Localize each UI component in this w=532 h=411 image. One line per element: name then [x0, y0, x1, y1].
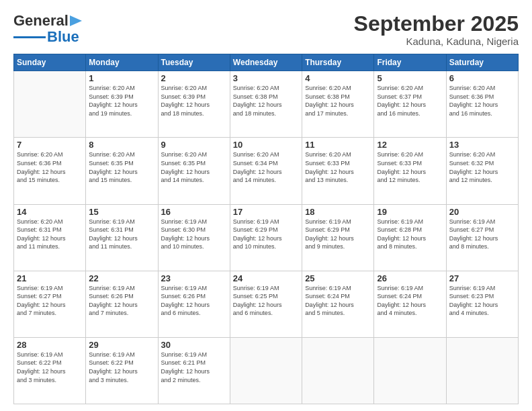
day-number: 26	[377, 273, 443, 283]
day-info: Sunrise: 6:20 AM Sunset: 6:34 PM Dayligh…	[233, 150, 299, 184]
dow-thursday: Thursday	[302, 54, 374, 71]
day-number: 12	[377, 140, 443, 150]
calendar-cell: 27Sunrise: 6:19 AM Sunset: 6:23 PM Dayli…	[446, 271, 518, 337]
calendar-cell: 26Sunrise: 6:19 AM Sunset: 6:24 PM Dayli…	[374, 271, 446, 337]
day-number: 24	[233, 273, 299, 283]
calendar-cell: 22Sunrise: 6:19 AM Sunset: 6:26 PM Dayli…	[86, 271, 158, 337]
day-number: 13	[449, 140, 515, 150]
day-info: Sunrise: 6:19 AM Sunset: 6:27 PM Dayligh…	[449, 218, 515, 251]
day-info: Sunrise: 6:19 AM Sunset: 6:26 PM Dayligh…	[89, 284, 154, 318]
day-info: Sunrise: 6:19 AM Sunset: 6:29 PM Dayligh…	[233, 218, 299, 251]
day-info: Sunrise: 6:20 AM Sunset: 6:31 PM Dayligh…	[17, 218, 83, 251]
week-row-4: 21Sunrise: 6:19 AM Sunset: 6:27 PM Dayli…	[14, 271, 519, 337]
dow-saturday: Saturday	[446, 54, 518, 71]
calendar-cell: 20Sunrise: 6:19 AM Sunset: 6:27 PM Dayli…	[446, 204, 518, 271]
day-number: 4	[305, 73, 371, 83]
day-info: Sunrise: 6:20 AM Sunset: 6:35 PM Dayligh…	[161, 150, 227, 184]
day-number: 5	[377, 73, 443, 83]
day-info: Sunrise: 6:20 AM Sunset: 6:32 PM Dayligh…	[449, 150, 515, 184]
calendar-cell: 17Sunrise: 6:19 AM Sunset: 6:29 PM Dayli…	[230, 204, 302, 271]
calendar-cell: 9Sunrise: 6:20 AM Sunset: 6:35 PM Daylig…	[158, 138, 230, 204]
calendar-cell: 5Sunrise: 6:20 AM Sunset: 6:37 PM Daylig…	[374, 71, 446, 138]
calendar-body: 1Sunrise: 6:20 AM Sunset: 6:39 PM Daylig…	[14, 71, 519, 404]
calendar-cell: 13Sunrise: 6:20 AM Sunset: 6:32 PM Dayli…	[446, 138, 518, 204]
day-info: Sunrise: 6:20 AM Sunset: 6:36 PM Dayligh…	[449, 84, 515, 118]
logo-general: General	[13, 12, 69, 30]
day-info: Sunrise: 6:19 AM Sunset: 6:28 PM Dayligh…	[377, 218, 443, 251]
day-number: 27	[449, 273, 515, 283]
calendar-cell	[14, 71, 86, 138]
calendar-cell: 8Sunrise: 6:20 AM Sunset: 6:35 PM Daylig…	[86, 138, 158, 204]
day-info: Sunrise: 6:19 AM Sunset: 6:26 PM Dayligh…	[161, 284, 227, 318]
day-info: Sunrise: 6:19 AM Sunset: 6:31 PM Dayligh…	[89, 218, 154, 251]
day-info: Sunrise: 6:20 AM Sunset: 6:36 PM Dayligh…	[17, 150, 83, 184]
calendar-cell: 12Sunrise: 6:20 AM Sunset: 6:33 PM Dayli…	[374, 138, 446, 204]
week-row-5: 28Sunrise: 6:19 AM Sunset: 6:22 PM Dayli…	[14, 337, 519, 404]
day-info: Sunrise: 6:20 AM Sunset: 6:39 PM Dayligh…	[89, 84, 154, 118]
day-info: Sunrise: 6:19 AM Sunset: 6:23 PM Dayligh…	[449, 284, 515, 318]
header: General Blue September 2025 Kaduna, Kadu…	[13, 12, 519, 47]
day-number: 15	[89, 207, 154, 217]
day-number: 8	[89, 140, 154, 150]
calendar-cell: 11Sunrise: 6:20 AM Sunset: 6:33 PM Dayli…	[302, 138, 374, 204]
day-number: 25	[305, 273, 371, 283]
logo-arrow-icon	[70, 15, 82, 26]
day-number: 18	[305, 207, 371, 217]
day-number: 19	[377, 207, 443, 217]
days-of-week-row: SundayMondayTuesdayWednesdayThursdayFrid…	[14, 54, 519, 71]
day-number: 23	[161, 273, 227, 283]
day-number: 1	[89, 73, 154, 83]
calendar-cell: 18Sunrise: 6:19 AM Sunset: 6:29 PM Dayli…	[302, 204, 374, 271]
calendar-cell	[302, 337, 374, 404]
dow-monday: Monday	[86, 54, 158, 71]
day-number: 11	[305, 140, 371, 150]
calendar-cell	[374, 337, 446, 404]
calendar-cell: 10Sunrise: 6:20 AM Sunset: 6:34 PM Dayli…	[230, 138, 302, 204]
day-info: Sunrise: 6:19 AM Sunset: 6:24 PM Dayligh…	[305, 284, 371, 318]
calendar-cell: 1Sunrise: 6:20 AM Sunset: 6:39 PM Daylig…	[86, 71, 158, 138]
day-number: 20	[449, 207, 515, 217]
calendar-cell	[230, 337, 302, 404]
day-info: Sunrise: 6:19 AM Sunset: 6:24 PM Dayligh…	[377, 284, 443, 318]
day-number: 22	[89, 273, 154, 283]
day-number: 30	[161, 340, 227, 350]
day-number: 29	[89, 340, 154, 350]
calendar-cell: 19Sunrise: 6:19 AM Sunset: 6:28 PM Dayli…	[374, 204, 446, 271]
day-number: 7	[17, 140, 83, 150]
dow-friday: Friday	[374, 54, 446, 71]
calendar-cell: 2Sunrise: 6:20 AM Sunset: 6:39 PM Daylig…	[158, 71, 230, 138]
calendar-cell: 23Sunrise: 6:19 AM Sunset: 6:26 PM Dayli…	[158, 271, 230, 337]
day-info: Sunrise: 6:20 AM Sunset: 6:37 PM Dayligh…	[377, 84, 443, 118]
calendar-title: September 2025	[354, 12, 519, 36]
day-info: Sunrise: 6:20 AM Sunset: 6:35 PM Dayligh…	[89, 150, 154, 184]
calendar-cell: 24Sunrise: 6:19 AM Sunset: 6:25 PM Dayli…	[230, 271, 302, 337]
calendar-table: SundayMondayTuesdayWednesdayThursdayFrid…	[13, 54, 519, 404]
day-number: 16	[161, 207, 227, 217]
calendar-cell: 29Sunrise: 6:19 AM Sunset: 6:22 PM Dayli…	[86, 337, 158, 404]
calendar-cell: 30Sunrise: 6:19 AM Sunset: 6:21 PM Dayli…	[158, 337, 230, 404]
calendar-cell: 15Sunrise: 6:19 AM Sunset: 6:31 PM Dayli…	[86, 204, 158, 271]
day-info: Sunrise: 6:20 AM Sunset: 6:33 PM Dayligh…	[305, 150, 371, 184]
day-info: Sunrise: 6:19 AM Sunset: 6:22 PM Dayligh…	[89, 351, 154, 384]
calendar-cell: 7Sunrise: 6:20 AM Sunset: 6:36 PM Daylig…	[14, 138, 86, 204]
calendar-cell: 21Sunrise: 6:19 AM Sunset: 6:27 PM Dayli…	[14, 271, 86, 337]
calendar-cell: 28Sunrise: 6:19 AM Sunset: 6:22 PM Dayli…	[14, 337, 86, 404]
week-row-1: 1Sunrise: 6:20 AM Sunset: 6:39 PM Daylig…	[14, 71, 519, 138]
day-info: Sunrise: 6:19 AM Sunset: 6:29 PM Dayligh…	[305, 218, 371, 251]
calendar-cell: 3Sunrise: 6:20 AM Sunset: 6:38 PM Daylig…	[230, 71, 302, 138]
day-info: Sunrise: 6:19 AM Sunset: 6:21 PM Dayligh…	[161, 351, 227, 384]
dow-tuesday: Tuesday	[158, 54, 230, 71]
day-info: Sunrise: 6:20 AM Sunset: 6:39 PM Dayligh…	[161, 84, 227, 118]
day-info: Sunrise: 6:19 AM Sunset: 6:30 PM Dayligh…	[161, 218, 227, 251]
day-number: 10	[233, 140, 299, 150]
day-info: Sunrise: 6:19 AM Sunset: 6:25 PM Dayligh…	[233, 284, 299, 318]
title-block: September 2025 Kaduna, Kaduna, Nigeria	[354, 12, 519, 47]
day-number: 14	[17, 207, 83, 217]
logo: General Blue	[13, 12, 82, 46]
day-info: Sunrise: 6:19 AM Sunset: 6:22 PM Dayligh…	[17, 351, 83, 384]
calendar-cell: 4Sunrise: 6:20 AM Sunset: 6:38 PM Daylig…	[302, 71, 374, 138]
day-number: 3	[233, 73, 299, 83]
logo-blue: Blue	[47, 28, 79, 46]
day-info: Sunrise: 6:20 AM Sunset: 6:38 PM Dayligh…	[305, 84, 371, 118]
calendar-cell: 6Sunrise: 6:20 AM Sunset: 6:36 PM Daylig…	[446, 71, 518, 138]
